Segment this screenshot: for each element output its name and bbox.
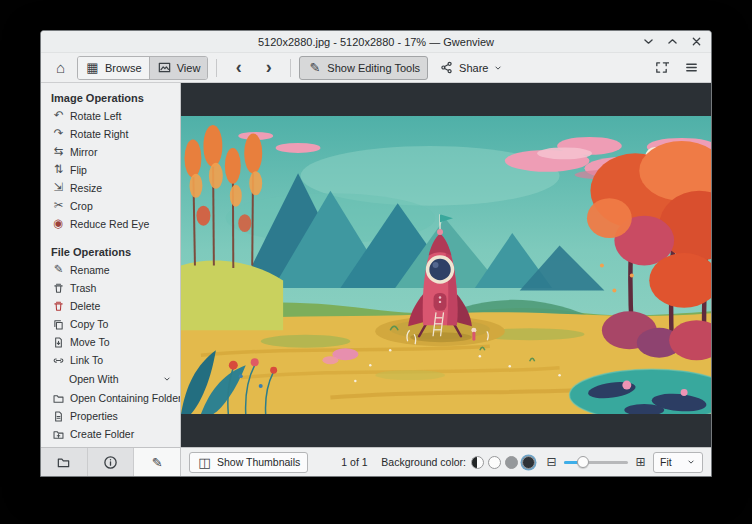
view-image-icon [157, 60, 172, 75]
sidebar-item-reduce-red-eye[interactable]: ◉ Reduce Red Eye [41, 215, 180, 233]
delete-icon [52, 300, 65, 313]
sidebar-item-open-containing-folder[interactable]: Open Containing Folder [41, 389, 180, 407]
tab-folders[interactable] [41, 448, 88, 476]
item-label: Delete [70, 300, 100, 312]
link-icon [52, 354, 65, 367]
resize-icon: ⇲ [52, 182, 65, 195]
sidebar-item-properties[interactable]: Properties [41, 407, 180, 425]
browse-mode-button[interactable]: ▦ Browse [78, 57, 150, 79]
file-operations-title: File Operations [41, 243, 180, 261]
fullscreen-icon [654, 60, 669, 75]
background-color-label: Background color: [381, 456, 466, 468]
image-counter: 1 of 1 [341, 456, 367, 468]
zoom-slider[interactable] [564, 455, 628, 470]
zoom-in-icon[interactable]: ⊞ [633, 455, 648, 470]
open-with-dropdown[interactable]: Open With [41, 369, 180, 389]
menu-button[interactable] [678, 56, 705, 80]
sidebar-item-resize[interactable]: ⇲ Resize [41, 179, 180, 197]
mirror-icon: ⇆ [52, 146, 65, 159]
home-button[interactable]: ⌂ [47, 56, 74, 80]
swatch-auto[interactable] [471, 456, 484, 469]
window-title: 5120x2880.jpg - 5120x2880 - 17% — Gwenvi… [41, 36, 711, 48]
sidebar-item-rotate-left[interactable]: ↶ Rotate Left [41, 107, 180, 125]
operations-sidebar: Image Operations ↶ Rotate Left ↷ Rotate … [41, 83, 181, 447]
view-label: View [177, 62, 201, 74]
bottom-strip: ✎ ◫ Show Thumbnails 1 of 1 Background co… [41, 447, 711, 476]
next-arrow-icon: › [261, 60, 276, 75]
item-label: Trash [70, 282, 96, 294]
tab-operations[interactable]: ✎ [134, 448, 180, 476]
show-thumbnails-button[interactable]: ◫ Show Thumbnails [189, 452, 308, 473]
sidebar-item-trash[interactable]: Trash [41, 279, 180, 297]
item-label: Properties [70, 410, 118, 422]
zoom-out-icon[interactable]: ⊟ [544, 455, 559, 470]
item-label: Reduce Red Eye [70, 218, 149, 230]
chevron-down-icon [686, 457, 696, 467]
swatch-gray[interactable] [505, 456, 518, 469]
sidebar-item-rename[interactable]: ✎ Rename [41, 261, 180, 279]
previous-image-button[interactable]: ‹ [225, 56, 252, 80]
crop-icon: ✂ [52, 200, 65, 213]
maximize-button[interactable] [665, 34, 680, 49]
rotate-left-icon: ↶ [52, 110, 65, 123]
minimize-button[interactable] [641, 34, 656, 49]
item-label: Flip [70, 164, 87, 176]
item-label: Open Containing Folder [70, 392, 181, 404]
window-controls [641, 31, 704, 52]
gwenview-window: 5120x2880.jpg - 5120x2880 - 17% — Gwenvi… [40, 30, 712, 477]
close-button[interactable] [689, 34, 704, 49]
home-icon: ⌂ [53, 60, 68, 75]
background-color-swatches [471, 456, 535, 469]
sidebar-item-flip[interactable]: ⇅ Flip [41, 161, 180, 179]
show-editing-tools-button[interactable]: ✎ Show Editing Tools [299, 56, 428, 80]
titlebar[interactable]: 5120x2880.jpg - 5120x2880 - 17% — Gwenvi… [41, 31, 711, 53]
rename-pencil-icon: ✎ [52, 264, 65, 277]
zoom-mode-select[interactable]: Fit [653, 452, 703, 473]
rotate-right-icon: ↷ [52, 128, 65, 141]
sidebar-item-create-folder[interactable]: Create Folder [41, 425, 180, 443]
swatch-light[interactable] [488, 456, 501, 469]
browse-label: Browse [105, 62, 142, 74]
flip-icon: ⇅ [52, 164, 65, 177]
item-label: Move To [70, 336, 110, 348]
open-with-label: Open With [69, 373, 119, 385]
sidebar-item-crop[interactable]: ✂ Crop [41, 197, 180, 215]
main-toolbar: ⌂ ▦ Browse View ‹ › ✎ [41, 53, 711, 83]
fullscreen-button[interactable] [648, 56, 675, 80]
tab-information[interactable] [88, 448, 135, 476]
chevron-down-icon [162, 374, 172, 384]
image-viewport[interactable] [181, 83, 711, 447]
thumbnails-icon: ◫ [197, 455, 212, 470]
sidebar-item-delete[interactable]: Delete [41, 297, 180, 315]
sidebar-item-copy-to[interactable]: Copy To [41, 315, 180, 333]
desktop-background: 5120x2880.jpg - 5120x2880 - 17% — Gwenvi… [0, 0, 752, 524]
copy-icon [52, 318, 65, 331]
item-label: Rotate Right [70, 128, 128, 140]
share-icon [439, 60, 454, 75]
sidebar-item-rotate-right[interactable]: ↷ Rotate Right [41, 125, 180, 143]
sidebar-item-mirror[interactable]: ⇆ Mirror [41, 143, 180, 161]
toolbar-separator [216, 59, 217, 77]
item-label: Rename [70, 264, 110, 276]
share-button[interactable]: Share [431, 56, 511, 80]
zoom-slider-handle[interactable] [577, 456, 589, 468]
editing-tools-label: Show Editing Tools [327, 62, 420, 74]
item-label: Rotate Left [70, 110, 121, 122]
item-label: Create Folder [70, 428, 134, 440]
chevron-down-icon [493, 63, 503, 73]
share-label: Share [459, 62, 488, 74]
previous-arrow-icon: ‹ [231, 60, 246, 75]
item-label: Copy To [70, 318, 108, 330]
toolbar-separator [290, 59, 291, 77]
item-label: Crop [70, 200, 93, 212]
next-image-button[interactable]: › [255, 56, 282, 80]
swatch-dark[interactable] [522, 456, 535, 469]
item-label: Resize [70, 182, 102, 194]
sidebar-item-move-to[interactable]: Move To [41, 333, 180, 351]
hamburger-menu-icon [684, 60, 699, 75]
browse-grid-icon: ▦ [85, 60, 100, 75]
show-thumbnails-label: Show Thumbnails [217, 456, 300, 468]
zoom-mode-value: Fit [660, 456, 672, 468]
view-mode-button[interactable]: View [150, 57, 208, 79]
sidebar-item-link-to[interactable]: Link To [41, 351, 180, 369]
